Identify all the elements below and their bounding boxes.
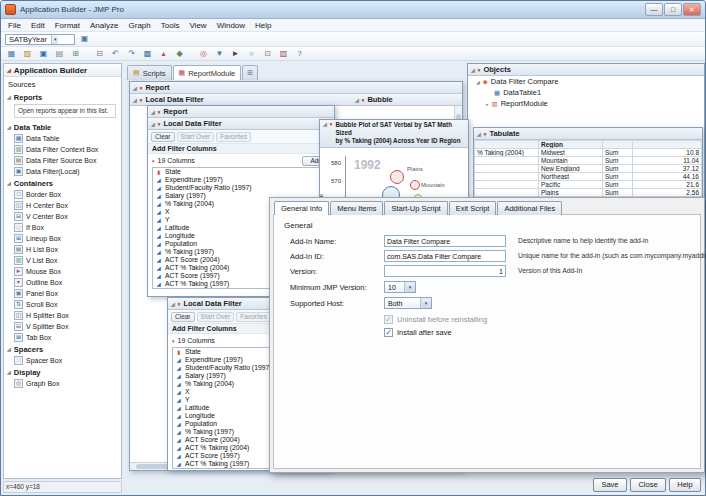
red-menu-icon[interactable]: ▾ — [152, 158, 155, 164]
minimize-button[interactable]: — — [645, 3, 663, 16]
toolbar-icon[interactable]: ⊟ — [93, 48, 106, 60]
toolbar-icon[interactable]: ▤ — [53, 48, 66, 60]
palette-item[interactable]: ▥ Data Filter Context Box — [4, 144, 121, 155]
menu-item[interactable]: Format — [50, 21, 85, 30]
red-menu-icon[interactable]: ▾ — [140, 97, 143, 103]
version-input[interactable]: 1 — [384, 265, 506, 277]
local-filter-outline-header[interactable]: ◢ ▾ Local Data Filter — [148, 118, 334, 130]
section-header-spacers[interactable]: ◢ Spacers — [4, 343, 121, 355]
tab-general-info[interactable]: General Info — [274, 201, 329, 215]
palette-item[interactable]: ▦ Data Table — [4, 133, 121, 144]
section-header-reports[interactable]: ◢ Reports — [4, 91, 121, 103]
palette-item[interactable]: ▣ Data Filter(Local) — [4, 166, 121, 177]
report-outline-header[interactable]: ◢ ▾ Report — [148, 106, 334, 118]
tabulate-header[interactable]: ◢ ▾ Tabulate — [474, 128, 702, 140]
expander-icon[interactable]: ▸ — [486, 101, 489, 107]
tabulate-row[interactable]: Plains Sum 2.56 — [475, 189, 702, 197]
palette-item[interactable]: ⇅ Scroll Box — [4, 299, 121, 310]
red-menu-icon[interactable]: ▾ — [178, 301, 181, 307]
palette-item[interactable]: ⊟ V Splitter Box — [4, 321, 121, 332]
tab-menu-items[interactable]: Menu Items — [330, 201, 383, 215]
palette-item[interactable]: ⊟ V Center Box — [4, 211, 121, 222]
start-over-button[interactable]: Start Over — [177, 132, 215, 142]
bubble-marker[interactable] — [390, 170, 404, 184]
red-menu-icon[interactable]: ▾ — [172, 338, 175, 344]
install-after-save-checkbox[interactable]: ✓ — [384, 328, 393, 337]
menu-item[interactable]: Window — [212, 21, 250, 30]
red-menu-icon[interactable]: ▾ — [362, 97, 365, 103]
red-menu-icon[interactable]: ▾ — [158, 121, 161, 127]
toolbar-icon[interactable]: ▩ — [141, 48, 154, 60]
palette-item[interactable]: ▤ Data Filter Source Box — [4, 155, 121, 166]
palette-item[interactable]: ▥ V List Box — [4, 255, 121, 266]
toolbar-icon[interactable]: ▨ — [21, 48, 34, 60]
column-list-item[interactable]: ◢ Student/Faculty Ratio (1997) — [153, 184, 329, 192]
palette-item[interactable]: ⊞ Lineup Box — [4, 233, 121, 244]
tab-exit-script[interactable]: Exit Script — [449, 201, 497, 215]
palette-item[interactable]: □ Border Box — [4, 189, 121, 200]
red-menu-icon[interactable]: ▾ — [330, 121, 333, 146]
section-header-containers[interactable]: ◢ Containers — [4, 177, 121, 189]
min-jmp-version-dropdown[interactable]: 10 ▾ — [384, 281, 416, 293]
new-window-icon[interactable]: ▣ — [78, 33, 91, 45]
menu-item[interactable]: Help — [250, 21, 276, 30]
toolbar-icon[interactable]: ▣ — [37, 48, 50, 60]
menu-item[interactable]: Graph — [124, 21, 156, 30]
toolbar-icon[interactable]: ▼ — [213, 48, 226, 60]
toolbar-icon[interactable]: ▴ — [157, 48, 170, 60]
palette-item[interactable]: ◫ H Splitter Box — [4, 310, 121, 321]
palette-item[interactable]: ▣ Panel Box — [4, 288, 121, 299]
tabulate-row[interactable]: Pacific Sum 21.6 — [475, 181, 702, 189]
objects-header[interactable]: ◢ ▾ Objects — [468, 64, 704, 76]
toolbar-icon[interactable]: ↶ — [109, 48, 122, 60]
toolbar-icon[interactable]: ► — [229, 48, 242, 60]
toolbar-icon[interactable]: ▧ — [277, 48, 290, 60]
sources-panel-header[interactable]: ◢ Application Builder — [4, 64, 121, 77]
toolbar-icon[interactable]: ? — [293, 48, 306, 60]
palette-item[interactable]: ⊠ Tab Box — [4, 332, 121, 343]
clear-button[interactable]: Clear — [171, 312, 195, 322]
tree-item-root[interactable]: ◢ ◆ Data Filter Compare — [468, 76, 704, 87]
toolbar-icon[interactable]: ⊡ — [261, 48, 274, 60]
toolbar-icon[interactable]: ⊞ — [69, 48, 82, 60]
tabulate-row[interactable]: % Taking (2004) Midwest Sum 10.8 — [475, 149, 702, 157]
menu-item[interactable]: File — [3, 21, 26, 30]
favorites-button[interactable]: Favorites — [236, 312, 271, 322]
menu-item[interactable]: Analyze — [85, 21, 123, 30]
bubble-outline-header[interactable]: ◢ ▾ Bubble — [352, 94, 462, 106]
palette-item[interactable]: ◇ If Box — [4, 222, 121, 233]
expander-icon[interactable]: ◢ — [476, 79, 480, 85]
palette-item[interactable]: ◎ Graph Box — [4, 378, 121, 389]
toolbar-icon[interactable]: ↷ — [125, 48, 138, 60]
red-menu-icon[interactable]: ▾ — [484, 131, 487, 137]
red-menu-icon[interactable]: ▾ — [140, 85, 143, 91]
tabulate-row[interactable]: Northeast Sum 44.16 — [475, 173, 702, 181]
report-outline-header[interactable]: ◢ ▾ Report — [130, 82, 462, 94]
palette-item[interactable]: ▤ H List Box — [4, 244, 121, 255]
toolbar-icon[interactable]: ◆ — [173, 48, 186, 60]
maximize-button[interactable]: □ — [664, 3, 682, 16]
palette-item[interactable]: □ Spacer Box — [4, 355, 121, 366]
close-window-button[interactable]: ✕ — [683, 3, 701, 16]
start-over-button[interactable]: Start Over — [197, 312, 235, 322]
clear-button[interactable]: Clear — [151, 132, 175, 142]
menu-item[interactable]: Tools — [156, 21, 185, 30]
tabulate-row[interactable]: Mountain Sum 11.04 — [475, 157, 702, 165]
save-button[interactable]: Save — [593, 478, 627, 492]
toolbar-icon[interactable]: ○ — [245, 48, 258, 60]
uninstall-checkbox[interactable]: ✓ — [384, 315, 393, 324]
tree-item-reportmodule[interactable]: ▸ ▥ ReportModule — [468, 98, 704, 109]
addin-name-input[interactable]: Data Filter Compare — [384, 235, 506, 247]
supported-host-dropdown[interactable]: Both ▾ — [384, 297, 432, 309]
palette-item[interactable]: ► Mouse Box — [4, 266, 121, 277]
tab-list-button[interactable]: ⊞ — [242, 65, 258, 80]
column-list-item[interactable]: ◢ Expenditure (1997) — [153, 176, 329, 184]
tab-additional-files[interactable]: Additional Files — [497, 201, 562, 215]
favorites-button[interactable]: Favorites — [216, 132, 251, 142]
palette-item[interactable]: ▾ Outline Box — [4, 277, 121, 288]
menu-item[interactable]: Edit — [26, 21, 50, 30]
red-menu-icon[interactable]: ▾ — [158, 109, 161, 115]
column-list-item[interactable]: ▮ State — [153, 168, 329, 176]
tree-item-datatable[interactable]: ▦ DataTable1 — [468, 87, 704, 98]
addin-id-input[interactable]: com.SAS.Data Filter Compare — [384, 250, 506, 262]
